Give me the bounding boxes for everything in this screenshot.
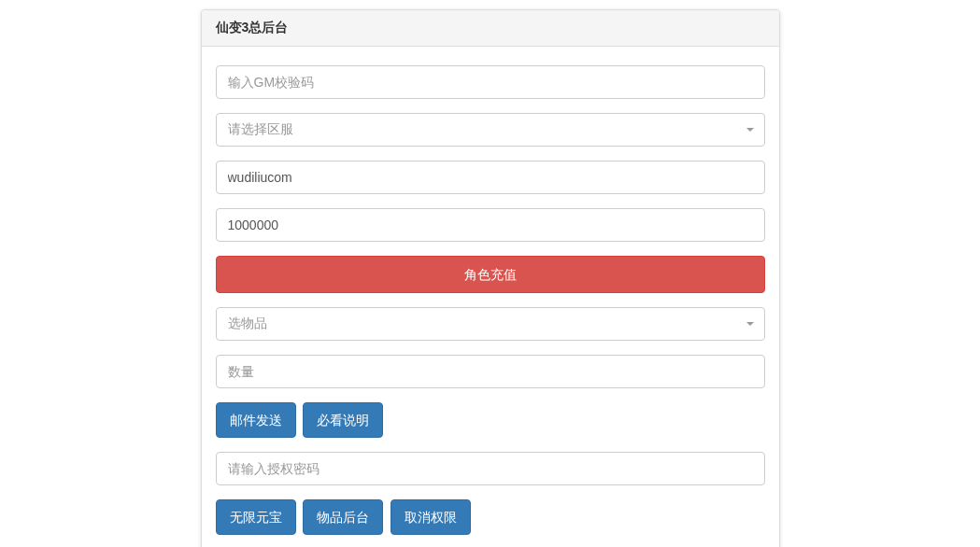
server-select[interactable]: 请选择区服 [216,113,765,147]
admin-panel: 仙变3总后台 请选择区服 角色充值 选物品 邮件发送 必看说明 无限元宝 物品后… [201,9,780,547]
gm-code-input[interactable] [216,65,765,99]
quantity-input[interactable] [216,355,765,388]
chevron-down-icon [746,128,754,132]
recharge-button[interactable]: 角色充值 [216,256,765,293]
item-select[interactable]: 选物品 [216,307,765,341]
item-select-placeholder: 选物品 [216,307,765,341]
send-mail-button[interactable]: 邮件发送 [216,402,296,438]
username-input[interactable] [216,161,765,194]
cancel-permission-button[interactable]: 取消权限 [391,499,471,535]
must-read-info-button[interactable]: 必看说明 [303,402,383,438]
unlimited-yuanbao-button[interactable]: 无限元宝 [216,499,296,535]
amount-input[interactable] [216,208,765,242]
panel-title: 仙变3总后台 [202,10,779,47]
server-select-placeholder: 请选择区服 [216,113,765,147]
chevron-down-icon [746,322,754,326]
panel-body: 请选择区服 角色充值 选物品 邮件发送 必看说明 无限元宝 物品后台 取消权限 [202,47,779,547]
auth-password-input[interactable] [216,452,765,485]
permission-button-row: 无限元宝 物品后台 取消权限 [216,499,765,540]
mail-button-row: 邮件发送 必看说明 [216,402,765,452]
item-backend-button[interactable]: 物品后台 [303,499,383,535]
